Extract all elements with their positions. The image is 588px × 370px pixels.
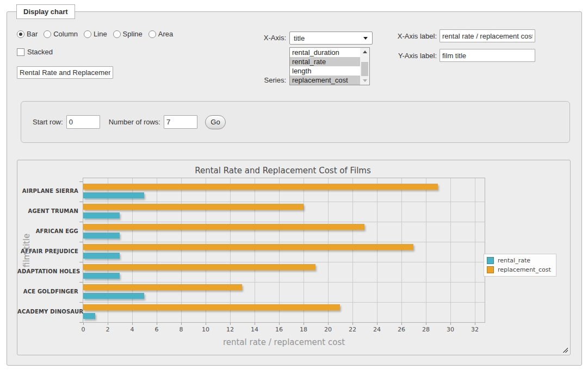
bar-replacement-cost-ace-goldfinger [83, 284, 242, 290]
x-gridline [328, 178, 329, 322]
y-axis-label-input[interactable] [440, 49, 535, 62]
x-gridline [426, 178, 426, 322]
x-gridline [401, 178, 402, 322]
stacked-checkbox[interactable] [17, 48, 24, 56]
chart-type-label: Bar [27, 30, 38, 38]
radio-icon[interactable] [44, 30, 51, 38]
start-row-input[interactable] [66, 115, 100, 129]
y-gridline [83, 222, 485, 222]
bar-rental-rate-african-egg [83, 233, 120, 239]
series-option-rental-rate[interactable]: rental_rate [290, 57, 360, 66]
y-gridline [83, 242, 485, 242]
x-axis-tick [181, 323, 182, 325]
x-gridline [181, 178, 182, 322]
bar-replacement-cost-academy-dinosaur [83, 304, 340, 310]
chart-legend: rental_ratereplacement_cost [484, 254, 556, 277]
x-axis-tick-label: 8 [171, 326, 191, 333]
go-button[interactable]: Go [205, 115, 226, 129]
bar-replacement-cost-airplane-sierra [83, 184, 438, 190]
legend-swatch-replacement-cost [487, 266, 494, 273]
chart-type-option-bar[interactable]: Bar [17, 30, 38, 38]
x-axis-tick-label: 22 [343, 326, 362, 333]
series-field-label: Series: [236, 76, 286, 84]
bar-rental-rate-agent-truman [83, 212, 120, 218]
legend-entry-rental-rate: rental_rate [487, 257, 551, 264]
y-gridline [83, 202, 485, 202]
row-range-panel: Start row: Number of rows: Go [21, 101, 570, 143]
radio-icon[interactable] [84, 30, 91, 38]
page: Display chart BarColumnLineSplineArea St… [0, 0, 588, 370]
series-option-rental-duration[interactable]: rental_duration [290, 48, 360, 57]
x-axis-tick-label: 32 [465, 326, 485, 333]
chart-type-label: Line [94, 30, 107, 38]
bar-replacement-cost-agent-truman [83, 204, 304, 210]
y-axis-category-label: ACE GOLDFINGER [17, 289, 78, 295]
chart-type-label: Spline [123, 30, 143, 38]
x-axis-tick [328, 323, 329, 325]
plot-area [83, 178, 485, 323]
x-gridline [157, 178, 157, 322]
x-axis-field-label: X-Axis: [236, 34, 286, 42]
chart-panel: Rental Rate and Replacement Cost of Film… [17, 160, 571, 355]
y-axis-category-label: ADAPTATION HOLES [17, 268, 78, 275]
x-axis-tick-label: 18 [294, 326, 313, 333]
chart-type-option-spline[interactable]: Spline [113, 30, 143, 38]
number-of-rows-input[interactable] [164, 115, 197, 129]
y-axis-tick [79, 322, 83, 323]
x-axis-tick [230, 323, 231, 325]
legend-entry-replacement-cost: replacement_cost [487, 266, 551, 273]
scroll-up-button[interactable] [360, 48, 369, 56]
legend-label: replacement_cost [498, 266, 551, 273]
bar-rental-rate-academy-dinosaur [83, 313, 95, 319]
x-axis-tick [352, 323, 353, 325]
x-axis-tick-label: 10 [196, 326, 215, 333]
series-option-length[interactable]: length [290, 66, 360, 76]
x-axis-tick-label: 24 [367, 326, 387, 333]
stacked-option[interactable]: Stacked [17, 48, 53, 56]
y-axis-tick [79, 262, 83, 262]
scrollbar-thumb[interactable] [361, 62, 368, 76]
x-axis-label-field-label: X-Axis label: [388, 32, 437, 40]
resize-handle[interactable] [562, 347, 568, 353]
x-axis-tick [401, 323, 402, 325]
x-gridline [475, 178, 475, 322]
chart-title-input[interactable] [17, 66, 113, 79]
bar-rental-rate-airplane-sierra [83, 192, 144, 198]
scroll-down-button[interactable] [360, 77, 369, 85]
series-scrollbar[interactable] [360, 48, 369, 85]
x-axis-tick [83, 323, 84, 325]
x-axis-tick-label: 16 [269, 326, 289, 333]
x-axis-label-input[interactable] [440, 29, 535, 42]
fieldset-legend: Display chart [16, 4, 75, 19]
y-axis-category-label: AFFAIR PREJUDICE [17, 248, 78, 255]
chart-type-option-column[interactable]: Column [44, 30, 78, 38]
x-gridline [377, 178, 377, 322]
radio-icon[interactable] [17, 30, 24, 38]
x-axis-tick [157, 323, 157, 325]
x-axis-tick-label: 4 [122, 326, 142, 333]
x-axis-selected-value: title [294, 34, 305, 42]
x-axis-title: rental rate / replacement cost [83, 337, 485, 347]
radio-icon[interactable] [113, 30, 121, 38]
x-gridline [450, 178, 451, 322]
x-axis-tick-label: 30 [441, 326, 460, 333]
x-axis-tick [304, 323, 304, 325]
x-axis-tick [255, 323, 255, 325]
x-axis-select[interactable]: title [289, 32, 373, 45]
x-axis-tick-label: 0 [73, 326, 93, 333]
x-gridline [352, 178, 353, 322]
x-axis-tick-label: 14 [245, 326, 264, 333]
series-option-replacement-cost[interactable]: replacement_cost [290, 76, 360, 85]
series-listbox[interactable]: rental_durationrental_ratelengthreplacem… [289, 47, 370, 85]
radio-icon[interactable] [148, 30, 156, 38]
y-axis-category-label: AFRICAN EGG [17, 228, 78, 235]
chart-type-option-area[interactable]: Area [148, 30, 173, 38]
chart-type-option-line[interactable]: Line [84, 30, 107, 38]
y-gridline [83, 282, 485, 283]
y-axis-tick [79, 202, 83, 202]
y-gridline [83, 302, 485, 303]
x-gridline [255, 178, 255, 322]
x-gridline [279, 178, 280, 322]
y-axis-tick [79, 181, 83, 182]
x-axis-tick-label: 6 [147, 326, 166, 333]
